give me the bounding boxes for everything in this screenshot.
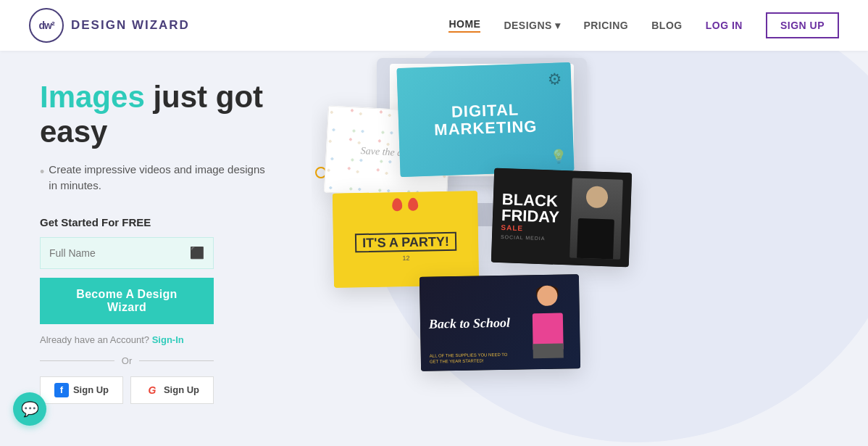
google-icon: G bbox=[145, 383, 159, 397]
card-blackfriday-inner: BLACK FRIDAY SALE SOCIAL MEDIA bbox=[491, 168, 632, 268]
hero-title: Images just got easy bbox=[40, 80, 275, 150]
left-panel: Images just got easy • Create impressive… bbox=[0, 51, 312, 446]
blackfriday-title-line2: FRIDAY bbox=[501, 207, 560, 226]
blackfriday-sale: SALE bbox=[501, 223, 559, 234]
right-panel: Save the date ⚙ 💡 DIGITAL MARKETING bbox=[312, 51, 868, 446]
person-body bbox=[577, 218, 614, 260]
social-buttons: f Sign Up G Sign Up bbox=[40, 376, 214, 404]
card-party-subtitle: 12 bbox=[402, 255, 409, 262]
divider-line-right bbox=[139, 360, 214, 361]
school-title: Back to School bbox=[429, 315, 510, 331]
nav-login[interactable]: LOG IN bbox=[706, 20, 743, 31]
signin-prompt: Already have an Account? Sign-In bbox=[40, 334, 275, 345]
lightbulb-icon: 💡 bbox=[550, 148, 567, 165]
card-digital: ⚙ 💡 DIGITAL MARKETING bbox=[396, 62, 574, 177]
google-signup-button[interactable]: G Sign Up bbox=[130, 376, 214, 404]
chat-bubble[interactable]: 💬 bbox=[13, 392, 46, 426]
person-legs bbox=[533, 343, 563, 358]
or-label: Or bbox=[122, 355, 132, 366]
blackfriday-text: BLACK FRIDAY SALE SOCIAL MEDIA bbox=[501, 191, 560, 241]
full-name-input[interactable] bbox=[49, 247, 190, 259]
balloons bbox=[392, 198, 418, 212]
logo-icon: dw² bbox=[29, 8, 64, 43]
nav-signup-button[interactable]: SIGN UP bbox=[766, 12, 839, 38]
nav-designs[interactable]: DESIGNS ▾ bbox=[504, 20, 560, 31]
card-school: Back to School ALL OF THE SUPPLIES YOU N… bbox=[420, 274, 580, 371]
card-school-inner: Back to School ALL OF THE SUPPLIES YOU N… bbox=[420, 274, 580, 371]
hero-subtitle: • Create impressive videos and image des… bbox=[40, 162, 275, 194]
chat-icon: 💬 bbox=[21, 400, 39, 418]
balloon-1 bbox=[392, 198, 402, 211]
cards-container: Save the date ⚙ 💡 DIGITAL MARKETING bbox=[312, 51, 868, 446]
input-icon: ⬛ bbox=[190, 246, 204, 260]
nav-pricing[interactable]: PRICING bbox=[583, 20, 628, 31]
balloon-2 bbox=[408, 198, 418, 211]
facebook-signup-button[interactable]: f Sign Up bbox=[40, 376, 123, 404]
become-wizard-button[interactable]: Become A Design Wizard bbox=[40, 278, 214, 324]
main-content: Images just got easy • Create impressive… bbox=[0, 51, 868, 446]
nav-home[interactable]: HOME bbox=[448, 18, 480, 33]
card-blackfriday: BLACK FRIDAY SALE SOCIAL MEDIA bbox=[491, 168, 632, 268]
card-party: IT'S A PARTY! 12 bbox=[333, 191, 479, 287]
card-party-inner: IT'S A PARTY! 12 bbox=[333, 191, 479, 287]
name-input-wrapper: ⬛ bbox=[40, 237, 214, 269]
nav-blog[interactable]: BLOG bbox=[651, 20, 682, 31]
blackfriday-person bbox=[569, 178, 623, 259]
logo-text: DESIGN WIZARD bbox=[71, 18, 190, 33]
person-head bbox=[586, 186, 609, 208]
bullet-icon: • bbox=[40, 162, 44, 182]
chevron-down-icon: ▾ bbox=[555, 20, 561, 31]
school-person bbox=[523, 285, 572, 358]
logo: dw² DESIGN WIZARD bbox=[29, 8, 190, 43]
get-started-label: Get Started For FREE bbox=[40, 216, 275, 228]
school-small-text: ALL OF THE SUPPLIES YOU NEED TO GET THE … bbox=[430, 352, 517, 366]
main-nav: HOME DESIGNS ▾ PRICING BLOG LOG IN SIGN … bbox=[448, 12, 839, 38]
hero-title-highlight: Images bbox=[40, 80, 145, 114]
card-digital-text: DIGITAL MARKETING bbox=[433, 100, 538, 139]
signin-link[interactable]: Sign-In bbox=[152, 334, 184, 345]
person-head-school bbox=[537, 286, 557, 306]
school-text: Back to School bbox=[429, 315, 510, 331]
gear-icon: ⚙ bbox=[548, 70, 563, 89]
or-divider: Or bbox=[40, 355, 214, 366]
blackfriday-badge: SOCIAL MEDIA bbox=[501, 234, 559, 241]
card-digital-inner: ⚙ 💡 DIGITAL MARKETING bbox=[396, 62, 574, 177]
card-party-title: IT'S A PARTY! bbox=[355, 232, 456, 252]
divider-line-left bbox=[40, 360, 114, 361]
facebook-icon: f bbox=[54, 383, 69, 397]
header: dw² DESIGN WIZARD HOME DESIGNS ▾ PRICING… bbox=[0, 0, 868, 51]
